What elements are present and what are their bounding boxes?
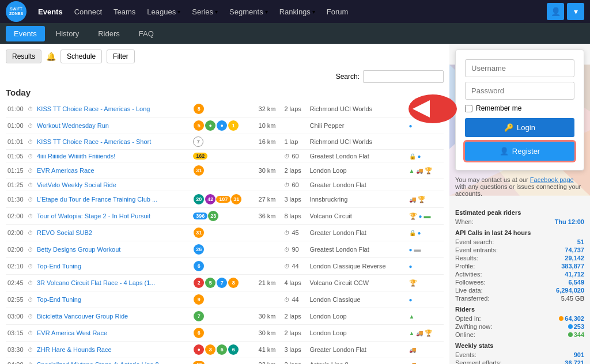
- event-search-label: Event search:: [455, 238, 494, 245]
- register-button[interactable]: 👤 Register: [465, 142, 574, 161]
- event-laps: ⏱ 90: [282, 241, 308, 258]
- event-name[interactable]: Top-End Tuning: [35, 291, 191, 308]
- event-name[interactable]: L'Etape du Tour de France Training Club …: [35, 191, 191, 208]
- login-card: Remember me 🔑 Login 👤 Register: [455, 50, 584, 170]
- event-icons: 🏆: [407, 275, 444, 291]
- event-distance: 41 km: [257, 342, 283, 358]
- event-name[interactable]: EVR America West Race: [35, 325, 191, 342]
- trophy-icon: 🏆: [425, 167, 433, 174]
- event-distance: 16 km: [257, 134, 283, 150]
- event-distance: 30 km: [257, 308, 283, 325]
- remember-checkbox[interactable]: [465, 105, 472, 112]
- remember-row: Remember me: [465, 104, 574, 112]
- nav-forum[interactable]: Forum: [327, 7, 349, 16]
- event-indicator: ⏱: [26, 191, 35, 208]
- event-badges: 204210731: [191, 191, 256, 208]
- event-badges: 26: [191, 241, 256, 258]
- subnav-events[interactable]: Events: [6, 26, 45, 41]
- event-name[interactable]: EVR Americas Race: [35, 162, 191, 179]
- filter-button[interactable]: Filter: [107, 50, 135, 63]
- event-distance: 30 km: [257, 162, 283, 179]
- login-button[interactable]: 🔑 Login: [465, 118, 574, 137]
- event-route: Greater London Flat: [308, 342, 407, 358]
- event-time: 02:10: [6, 258, 26, 275]
- event-laps: 3 laps: [282, 191, 308, 208]
- event-indicator: ⏱: [26, 101, 35, 117]
- table-row: 02:00⏱Betty Designs Group Workout26⏱ 90G…: [6, 241, 444, 258]
- followees-label: Followees:: [455, 279, 486, 286]
- results-button[interactable]: Results: [6, 50, 41, 63]
- event-name[interactable]: Specialized Mixtape Stage 4: Astoria Lin…: [35, 358, 191, 365]
- event-badges: 6: [191, 258, 256, 275]
- event-name[interactable]: REVO Social SUB2: [35, 225, 191, 241]
- event-entrants-value: 74,737: [565, 247, 584, 253]
- event-icons: 🏆●▬: [407, 208, 444, 225]
- event-name[interactable]: ZHR Hare & Hounds Race: [35, 342, 191, 358]
- event-time: 01:01: [6, 134, 26, 150]
- subnav-riders[interactable]: Riders: [90, 26, 128, 41]
- event-indicator: ⏱: [26, 117, 35, 134]
- event-indicator: ⏱: [26, 342, 35, 358]
- results-stat-value: 29,142: [565, 255, 584, 261]
- event-name[interactable]: KISS TT Choice Race - Americas - Long: [35, 101, 191, 117]
- nav-rankings[interactable]: Rankings ▾: [279, 7, 315, 16]
- subnav-faq[interactable]: FAQ: [131, 26, 162, 41]
- facebook-link[interactable]: Facebook page: [530, 176, 574, 183]
- event-distance: 21 km: [257, 275, 283, 291]
- live-label: Live data:: [455, 287, 483, 294]
- schedule-button[interactable]: Schedule: [60, 50, 102, 63]
- search-label: Search:: [336, 73, 360, 81]
- upload-icon: ▲: [409, 313, 415, 320]
- event-laps: 2 laps: [282, 101, 308, 117]
- nav-leagues[interactable]: Leagues ▾: [147, 7, 180, 16]
- stats-panel: Estimated peak riders When: Thu 12:00 AP…: [449, 203, 590, 364]
- search-input[interactable]: [363, 70, 444, 83]
- event-badges: 5●●1: [191, 117, 256, 134]
- event-name[interactable]: KISS TT Choice Race - Americas - Short: [35, 134, 191, 150]
- event-route: London Loop: [308, 308, 407, 325]
- event-badges: 7: [191, 134, 256, 150]
- username-input[interactable]: [465, 59, 574, 77]
- event-time: 01:30: [6, 191, 26, 208]
- truck-icon: 🚚: [409, 347, 416, 353]
- nav-events[interactable]: Events: [38, 7, 63, 16]
- circle-icon: ●: [418, 230, 421, 236]
- truck-icon: 🚚: [416, 168, 423, 174]
- bell-icon[interactable]: 🔔: [46, 52, 56, 61]
- nav-segments[interactable]: Segments ▾: [229, 7, 268, 16]
- table-row: 02:10⏱Top-End Tuning6⏱ 44London Classiqu…: [6, 258, 444, 275]
- event-route: Greatest London Flat: [308, 150, 407, 162]
- dropdown-icon-button[interactable]: ▾: [567, 3, 584, 20]
- event-name[interactable]: Top-End Tuning: [35, 258, 191, 275]
- event-name[interactable]: 4iiii Riiiiide Wiiiiith Friiiiends!: [35, 150, 191, 162]
- login-icon: 🔑: [504, 123, 513, 132]
- event-name[interactable]: Betty Designs Group Workout: [35, 241, 191, 258]
- event-name[interactable]: Tour of Watopia: Stage 2 - In Hot Pursui…: [35, 208, 191, 225]
- event-name[interactable]: Workout Wednesday Run: [35, 117, 191, 134]
- event-name[interactable]: 3R Volcano Circuit Flat Race - 4 Laps (1…: [35, 275, 191, 291]
- w-segments-label: Segment efforts:: [455, 359, 502, 364]
- event-route: London Loop: [308, 325, 407, 342]
- subnav-history[interactable]: History: [48, 26, 87, 41]
- online-label: Online:: [455, 331, 475, 338]
- event-badges: 43: [191, 358, 256, 365]
- event-distance: [257, 225, 283, 241]
- user-icon-button[interactable]: 👤: [547, 3, 564, 20]
- w-segments-value: 36,721: [565, 359, 584, 364]
- event-badges: 2578: [191, 275, 256, 291]
- event-badges: ●366: [191, 342, 256, 358]
- event-time: 01:00: [6, 101, 26, 117]
- event-route: Innsbruckring: [308, 191, 407, 208]
- event-icons: ▲🚚🏆: [407, 162, 444, 179]
- nav-series[interactable]: Series ▾: [192, 7, 218, 16]
- nav-connect[interactable]: Connect: [74, 7, 102, 16]
- password-input[interactable]: [465, 82, 574, 100]
- right-panel: Remember me 🔑 Login 👤 Register You may c…: [449, 44, 590, 364]
- event-name[interactable]: Bicicletta Vancouver Group Ride: [35, 308, 191, 325]
- event-name[interactable]: VietVelo Weekly Social Ride: [35, 179, 191, 191]
- event-distance: 36 km: [257, 208, 283, 225]
- contact-text: You may contact us at our Facebook page …: [449, 176, 590, 203]
- event-route: Greater London Flat: [308, 225, 407, 241]
- nav-teams[interactable]: Teams: [114, 7, 135, 16]
- event-indicator: ⏱: [26, 291, 35, 308]
